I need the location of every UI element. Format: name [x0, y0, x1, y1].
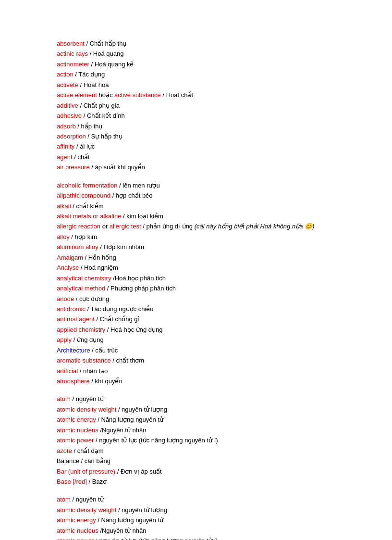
entry-architecture: Architecture / cấu trúc: [57, 345, 335, 355]
entry-alkali-metals: alkali metals or alkaline / kim loại kiề…: [57, 211, 335, 221]
entry-actinic-rays: actinic rays / Hoá quang: [57, 49, 335, 59]
entry-anode: anode / cực dương: [57, 294, 335, 304]
entry-artificial: artificial / nhân tạo: [57, 366, 335, 376]
entry-balance: Balance / cân bằng: [57, 456, 335, 466]
entry-alipathic-compound: alipathic compound / hợp chất béo: [57, 190, 335, 201]
entry-atom2: atom / nguyên tử: [57, 494, 335, 504]
entry-absorbent: absorbent / Chất hấp thụ: [57, 38, 335, 49]
spacer-2: [57, 386, 335, 394]
entry-analytical-method: analytical method / Phương pháp phân tíc…: [57, 283, 335, 293]
entry-antirust-agent: antirust agent / Chất chống gỉ: [57, 314, 335, 324]
entry-additive: additive / Chất phụ gia: [57, 100, 335, 111]
entry-adsorption: adsorption / Sự hấp thụ: [57, 131, 335, 141]
section-4: atom / nguyên tử atomic density weight /…: [57, 494, 335, 540]
entry-atomic-nucleus2: atomic nucleus /Nguyên tử nhân: [57, 526, 335, 536]
entry-atomic-energy2: atomic energy / Năng lượng nguyên tử: [57, 515, 335, 525]
main-content: absorbent / Chất hấp thụ actinic rays / …: [57, 38, 335, 540]
entry-atomic-density-weight2: atomic density weight / nguyên tử lượng: [57, 505, 335, 515]
entry-base: Base [/red] / Bazơ: [57, 477, 335, 487]
entry-alkali: alkali / chất kiềm: [57, 201, 335, 211]
entry-affinity: affinity / ái lực: [57, 141, 335, 151]
entry-allergic-reaction: allergic reaction or allergic test / phả…: [57, 221, 335, 231]
entry-bar: Bar (unit of pressure) / Đơn vị áp suất: [57, 466, 335, 477]
entry-amalgam: Amalgam / Hỗn hống: [57, 252, 335, 263]
entry-antidromic: antidromic / Tác dụng ngược chiều: [57, 304, 335, 314]
entry-atomic-density-weight: atomic density weight / nguyên tử lượng: [57, 404, 335, 414]
entry-adhesive: adhesive / Chất kết dính: [57, 111, 335, 121]
entry-adsorb: adsorb / hấp thụ: [57, 121, 335, 131]
entry-action: action / Tác dụng: [57, 69, 335, 79]
entry-atomic-power: atomic power / nguyên tử lực (tức năng l…: [57, 435, 335, 445]
entry-applied-chemistry: applied chemistry / Hoá học ứng dụng: [57, 325, 335, 335]
section-1: absorbent / Chất hấp thụ actinic rays / …: [57, 38, 335, 173]
entry-apply: apply / ứng dụng: [57, 335, 335, 345]
spacer-1: [57, 173, 335, 180]
entry-analyse: Analyse / Hoá nghiệm: [57, 263, 335, 273]
entry-atomic-nucleus: atomic nucleus /Nguyên tử nhân: [57, 425, 335, 435]
section-2: alcoholic fermentation / lên men rượu al…: [57, 180, 335, 387]
entry-activete: activete / Hoat hoá: [57, 80, 335, 90]
entry-atomic-energy: atomic energy / Năng lượng nguyên tử: [57, 414, 335, 425]
entry-agent: agent / chất: [57, 152, 335, 162]
entry-actinometer: actinometer / Hoá quang kế: [57, 59, 335, 69]
spacer-3: [57, 487, 335, 494]
entry-active-element: active element hoặc active substance / H…: [57, 90, 335, 100]
entry-atom: atom / nguyên tử: [57, 394, 335, 404]
entry-aluminum-alloy: aluminum alloy / Hợp kim nhôm: [57, 242, 335, 252]
entry-atmosphere: atmosphere / khí quyển: [57, 376, 335, 386]
entry-air-pressure: air pressure / áp suất khí quyển: [57, 162, 335, 172]
entry-atomic-power2: atomic power / nguyên tử lực (tức năng l…: [57, 536, 335, 540]
entry-alcoholic-fermentation: alcoholic fermentation / lên men rượu: [57, 180, 335, 190]
entry-azote: azote / chất đạm: [57, 446, 335, 456]
entry-aromatic-substance: aromatic substance / chất thơm: [57, 355, 335, 365]
entry-alloy: alloy / hợp kim: [57, 232, 335, 242]
entry-analytical-chemistry: analytical chemistry /Hoá học phân tích: [57, 273, 335, 283]
section-3: atom / nguyên tử atomic density weight /…: [57, 394, 335, 487]
